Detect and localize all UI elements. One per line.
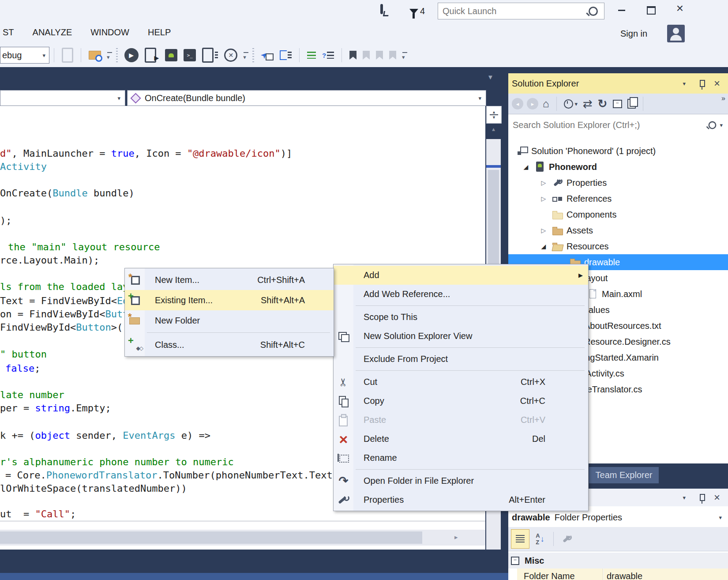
tree-item-components[interactable]: Components [508, 207, 728, 222]
navigate-to-button[interactable] [280, 50, 292, 60]
pending-changes-filter-button[interactable]: ▾ [564, 99, 578, 109]
menubar-item-help[interactable]: HELP [148, 27, 171, 38]
property-pages-button-disabled[interactable] [562, 534, 572, 544]
tree-item-solution-phoneword-1-project[interactable]: Solution 'Phoneword' (1 project) [508, 143, 728, 159]
android-sdk-button[interactable] [165, 49, 177, 61]
start-debug-button[interactable]: ▶ [124, 48, 139, 62]
tree-item-resources[interactable]: ◢Resources [508, 238, 728, 254]
maximize-button[interactable] [645, 4, 658, 17]
sign-in-link[interactable]: Sign in [620, 29, 647, 39]
account-button[interactable] [667, 25, 685, 42]
close-icon[interactable]: × [714, 77, 720, 90]
scroll-up-arrow[interactable]: ▴ [486, 125, 501, 132]
tree-item-references[interactable]: ▷References [508, 191, 728, 207]
clear-bookmarks-button-disabled[interactable] [389, 51, 396, 60]
menu-item-delete[interactable]: DeleteDel [334, 429, 588, 448]
menu-item-new-folder[interactable]: New Folder [125, 310, 334, 331]
collapse-all-button[interactable]: − [613, 100, 622, 108]
solution-explorer-titlebar[interactable]: Solution Explorer ▾ × [508, 73, 728, 94]
property-value-cell[interactable]: drawable [604, 569, 728, 580]
quick-launch-box[interactable] [438, 3, 604, 19]
adb-console-button[interactable]: >_ [184, 49, 196, 61]
alphabetical-button[interactable]: AZ↓ [531, 530, 549, 548]
no-activity-button[interactable]: ✕ [224, 49, 237, 62]
navbar-types-combo[interactable]: ▾ [0, 90, 125, 106]
menu-item-exclude-from-project[interactable]: Exclude From Project [334, 350, 588, 369]
add-submenu: New Item...Ctrl+Shift+AExisting Item...S… [124, 268, 334, 357]
solution-search-input[interactable] [508, 120, 708, 130]
sync-with-active-document-button[interactable]: ⇄ [583, 97, 593, 111]
categorized-button-selected[interactable] [511, 529, 529, 549]
menu-item-add-web-reference[interactable]: Add Web Reference... [334, 285, 588, 304]
toolbar-overflow-button[interactable]: » [721, 94, 725, 102]
quick-launch-input[interactable] [438, 6, 589, 16]
tab-team-explorer[interactable]: Team Explorer [589, 467, 659, 483]
menu-item-cut[interactable]: CutCtrl+X [334, 373, 588, 392]
chevron-down-icon: ▼ [487, 73, 494, 81]
toolbar-grip[interactable] [252, 48, 254, 62]
show-all-files-button[interactable] [627, 99, 636, 109]
collapse-category-icon[interactable]: − [511, 557, 519, 565]
minimize-button[interactable] [615, 4, 628, 17]
pin-icon[interactable] [700, 80, 705, 87]
editor-hscroll-thumb[interactable] [0, 531, 422, 544]
find-in-files-button[interactable] [89, 51, 101, 60]
menu-item-copy[interactable]: CopyCtrl+C [334, 392, 588, 411]
menu-item-scope-to-this[interactable]: Scope to This [334, 308, 588, 327]
navbar-members-combo[interactable]: OnCreate(Bundle bundle) ▾ [127, 90, 486, 106]
close-icon[interactable]: × [714, 491, 720, 504]
menu-item-rename[interactable]: Rename [334, 448, 588, 467]
menu-item-properties[interactable]: PropertiesAlt+Enter [334, 490, 588, 509]
decrease-indent-button[interactable] [307, 52, 316, 59]
refresh-button[interactable]: ↻ [598, 97, 608, 111]
editor-splitter-button[interactable]: ▲▼ [486, 106, 502, 124]
expander-closed-icon[interactable]: ▷ [535, 179, 552, 186]
menu-item-open-folder-in-file-explorer[interactable]: Open Folder in File Explorer [334, 471, 588, 490]
toolbar-overflow-icon[interactable]: ▾ [402, 54, 405, 60]
window-position-icon[interactable]: ▾ [683, 80, 686, 87]
tree-item-assets[interactable]: ▷Assets [508, 222, 728, 238]
attach-button-disabled[interactable] [62, 48, 73, 63]
deploy-device-button[interactable]: ▶ [145, 48, 159, 63]
navigate-backward-button[interactable]: ➤ [261, 50, 274, 60]
notifications-filter[interactable]: 4 [409, 6, 425, 16]
solution-explorer-search[interactable]: ▾ [508, 114, 728, 136]
menubar-item-st[interactable]: ST [3, 27, 14, 38]
menubar-item-window[interactable]: WINDOW [90, 27, 129, 38]
forward-button-disabled[interactable]: ▸ [527, 98, 538, 109]
toggle-bookmark-button[interactable] [349, 51, 356, 60]
tree-item-properties[interactable]: ▷Properties [508, 175, 728, 191]
expander-closed-icon[interactable]: ▷ [535, 227, 552, 234]
close-button[interactable]: × [673, 2, 687, 15]
menubar-item-analyze[interactable]: ANALYZE [33, 27, 72, 38]
window-position-icon[interactable]: ▾ [683, 494, 686, 501]
toolbar-grip[interactable] [116, 48, 118, 62]
menu-item-new-solution-explorer-view[interactable]: New Solution Explorer View [334, 327, 588, 346]
expander-open-icon[interactable]: ◢ [517, 163, 535, 170]
next-bookmark-button-disabled[interactable] [376, 51, 383, 60]
menu-item-existing-item[interactable]: Existing Item...Shift+Alt+A [125, 290, 334, 310]
solution-configurations-combo[interactable]: ebug ▾ [0, 47, 49, 64]
pin-icon[interactable] [700, 494, 705, 501]
menu-item-add[interactable]: Add▶ [334, 266, 588, 285]
expander-closed-icon[interactable]: ▷ [535, 195, 552, 202]
toolbar-overflow-icon[interactable]: ▾ [243, 54, 246, 60]
property-name-cell[interactable]: Folder Name [517, 569, 603, 580]
code-segment: .ToNumber(phoneNumberText.Text [157, 470, 332, 481]
home-button[interactable]: ⌂ [543, 98, 549, 110]
scroll-right-arrow[interactable]: ▸ [454, 533, 458, 541]
property-category-row[interactable]: − Misc [508, 553, 728, 569]
tree-item-phoneword[interactable]: ◢Phoneword [508, 159, 728, 175]
chevron-down-icon: ▾ [42, 52, 45, 59]
expander-open-icon[interactable]: ◢ [535, 243, 552, 250]
previous-bookmark-button-disabled[interactable] [363, 51, 370, 60]
feedback-icon[interactable] [380, 5, 383, 13]
menu-item-class[interactable]: Class...Shift+Alt+C [125, 335, 334, 355]
back-button-disabled[interactable]: ◂ [512, 98, 523, 109]
toolbar-overflow-icon[interactable]: ▾ [107, 54, 110, 60]
window-chrome: 4 × STANALYZEWINDOWHELP Sign in ebug ▾ ▾ [0, 0, 728, 67]
device-log-button[interactable] [202, 48, 218, 63]
document-well-dropdown[interactable]: ▼ [487, 73, 494, 81]
increase-indent-button[interactable]: ? [322, 52, 334, 59]
menu-item-new-item[interactable]: New Item...Ctrl+Shift+A [125, 270, 334, 290]
